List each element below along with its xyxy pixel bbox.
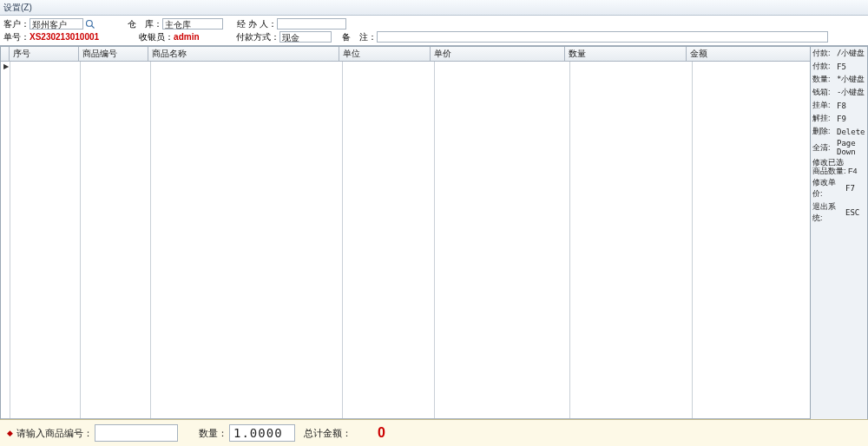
sb-multi: 修改已选 商品数量: F4 [811, 157, 867, 176]
warehouse-field[interactable]: 主仓库 [162, 18, 223, 30]
sb-k: 挂单: [812, 100, 837, 111]
sb-v: /小键盘 [837, 48, 865, 59]
diamond-icon: ◆ [7, 429, 13, 437]
sb-k: 付款: [812, 48, 837, 59]
menu-settings[interactable]: 设置(Z) [3, 3, 32, 12]
billno-value: XS230213010001 [30, 30, 99, 43]
col-qty[interactable]: 数量 [565, 47, 687, 61]
data-grid: 序号 商品编号 商品名称 单位 单价 数量 金额 ▶ [0, 46, 811, 433]
product-code-input[interactable] [95, 424, 178, 442]
sb-v: F5 [837, 62, 846, 71]
cashier-value: admin [174, 30, 199, 43]
sb-k: 修改单价: [812, 177, 845, 200]
svg-line-1 [92, 25, 95, 28]
cashier-label: 收银员： [139, 30, 174, 43]
sb-k: 钱箱: [812, 87, 837, 98]
sb-v: -小键盘 [837, 87, 865, 98]
billno-label: 单号： [3, 30, 30, 43]
sb-v: F9 [837, 115, 846, 123]
col-seq[interactable]: 序号 [10, 47, 79, 61]
grid-header: 序号 商品编号 商品名称 单位 单价 数量 金额 [1, 47, 810, 62]
sb-k: 付款: [812, 61, 837, 72]
current-row-marker: ▶ [3, 62, 9, 70]
handler-label: 经 办 人： [237, 17, 277, 30]
header-form: 客户： 郑州客户 仓 库： 主仓库 经 办 人： 单号： XS230213010… [0, 16, 868, 46]
row-selector-head [1, 47, 10, 61]
customer-field[interactable]: 郑州客户 [30, 18, 83, 30]
sb-k: 全清: [812, 142, 837, 154]
sb-k: 数量: [812, 74, 837, 85]
sb-v: ESC [845, 208, 859, 217]
paytype-label: 付款方式： [236, 30, 279, 43]
svg-point-0 [87, 20, 93, 26]
customer-label: 客户： [3, 17, 30, 30]
sb-k: 删除: [812, 126, 837, 137]
grid-body[interactable]: ▶ [1, 62, 810, 418]
menu-bar: 设置(Z) [0, 0, 868, 16]
col-amt[interactable]: 金额 [687, 47, 802, 61]
sb-k: 退出系统: [812, 201, 845, 224]
total-value: 0 [378, 425, 385, 441]
sb-v: Delete [837, 128, 865, 136]
total-label: 总计金额： [304, 427, 352, 440]
prompt-label: 请输入商品编号： [16, 427, 93, 440]
col-code[interactable]: 商品编号 [79, 47, 148, 61]
remark-field[interactable] [377, 31, 828, 43]
sb-v: F7 [845, 184, 855, 193]
remark-label: 备 注： [342, 30, 377, 43]
paytype-field[interactable]: 现金 [279, 31, 332, 43]
col-price[interactable]: 单价 [431, 47, 565, 61]
sb-v: F8 [837, 102, 846, 110]
sb-k: 解挂: [812, 113, 837, 124]
search-icon[interactable] [84, 18, 96, 30]
input-bar: ◆ 请输入商品编号： 数量： 1.0000 总计金额： 0 [0, 419, 868, 446]
qty-label: 数量： [199, 427, 227, 440]
qty-input[interactable]: 1.0000 [229, 424, 295, 442]
sb-v: Page Down [837, 139, 865, 156]
col-name[interactable]: 商品名称 [148, 47, 339, 61]
main-area: 序号 商品编号 商品名称 单位 单价 数量 金额 ▶ [0, 46, 868, 433]
warehouse-label: 仓 库： [128, 17, 162, 30]
handler-field[interactable] [277, 18, 346, 30]
col-unit[interactable]: 单位 [339, 47, 431, 61]
shortcut-panel: 付款:/小键盘 付款:F5 数量:*小键盘 钱箱:-小键盘 挂单:F8 解挂:F… [811, 46, 868, 433]
sb-v: *小键盘 [837, 74, 865, 85]
